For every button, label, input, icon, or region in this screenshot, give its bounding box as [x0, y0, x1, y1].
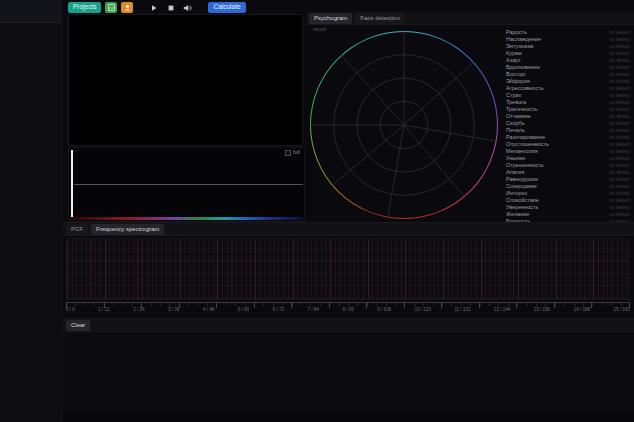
emotion-name: Печаль [506, 128, 525, 134]
projects-button[interactable]: Projects [68, 2, 101, 13]
waveform-midline [74, 184, 303, 185]
emotion-name: Радость [506, 30, 527, 36]
axis-tick-label: 4 / 48 [203, 308, 214, 313]
emotion-row: Разочарование no detect [506, 134, 630, 141]
emotion-status: no detect [609, 205, 630, 210]
emotion-status: no detect [609, 65, 630, 70]
emotion-name: Разочарование [506, 135, 545, 141]
axis-tick-label: 11 / 132 [454, 308, 470, 313]
emotion-row: Трагичность no detect [506, 106, 630, 113]
axis-tick-label: 14 / 168 [574, 308, 590, 313]
axis-tick-label: 15 / 180 [614, 308, 630, 313]
emotion-row: Азарт no detect [506, 57, 630, 64]
app-window: Projects Calculate [0, 0, 634, 422]
tab-face-detection[interactable]: Face detection [355, 13, 404, 24]
full-checkbox[interactable]: full [285, 150, 300, 156]
emotion-row: Отчаяние no detect [506, 113, 630, 120]
emotion-name: Эйфория [506, 79, 530, 85]
emotion-status: no detect [609, 107, 630, 112]
tab-frequency-spectrogram[interactable]: Frequency spectrogram [91, 224, 164, 235]
emotion-row: Спокойствие no detect [506, 197, 630, 204]
emotion-status: no detect [609, 37, 630, 42]
axis-tick-label: 6 / 72 [273, 308, 284, 313]
emotion-status: no detect [609, 72, 630, 77]
emotion-row: Восторг no detect [506, 71, 630, 78]
emotion-name: Агрессивность [506, 86, 544, 92]
emotion-row: Печаль no detect [506, 127, 630, 134]
emotion-status: no detect [609, 93, 630, 98]
emotion-status: no detect [609, 184, 630, 189]
emotion-row: Страх no detect [506, 92, 630, 99]
spectrogram-grid [66, 238, 630, 300]
tab-pcf[interactable]: PCF [66, 224, 88, 235]
spectral-color-strip [70, 217, 303, 220]
playhead[interactable] [71, 150, 73, 217]
image-icon [108, 4, 115, 11]
emotion-name: Кураж [506, 51, 522, 57]
axis-tick-label: 5 / 60 [238, 308, 249, 313]
emotion-name: Уверенность [506, 205, 539, 211]
emotion-name: Спокойствие [506, 198, 539, 204]
emotion-name: Наслаждение [506, 37, 541, 43]
emotion-status: no detect [609, 100, 630, 105]
emotion-row: Кураж no detect [506, 50, 630, 57]
emotion-status: no detect [609, 79, 630, 84]
emotion-row: Уверенность no detect [506, 204, 630, 211]
emotion-status: no detect [609, 86, 630, 91]
axis-tick-label: 13 / 156 [534, 308, 550, 313]
axis-tick-label: 10 / 120 [415, 308, 431, 313]
emotion-status: no detect [609, 198, 630, 203]
emotion-row: Созерцание no detect [506, 183, 630, 190]
emotion-list: Радость no detect Наслаждение no detect … [506, 29, 630, 225]
spectrogram-tabbar: PCF Frequency spectrogram [63, 222, 634, 236]
emotion-row: Меланхолия no detect [506, 148, 630, 155]
calculate-button[interactable]: Calculate [208, 2, 245, 13]
axis-tick-label: 0 / 0 [66, 308, 75, 313]
polar-gridlines [310, 31, 498, 219]
emotion-name: Меланхолия [506, 149, 538, 155]
emotion-row: Радость no detect [506, 29, 630, 36]
media-button[interactable] [105, 2, 117, 13]
emotion-name: Опустошенность [506, 142, 549, 148]
emotion-row: Равнодушие no detect [506, 176, 630, 183]
emotion-name: Страх [506, 93, 521, 99]
emotion-row: Уныние no detect [506, 155, 630, 162]
clear-button[interactable]: Clear [66, 320, 90, 331]
emotion-status: no detect [609, 135, 630, 140]
play-button[interactable] [147, 1, 160, 13]
emotion-name: Отчаяние [506, 114, 531, 120]
emotion-status: no detect [609, 163, 630, 168]
emotion-status: no detect [609, 170, 630, 175]
emotion-row: Скорбь no detect [506, 120, 630, 127]
emotion-name: Восторг [506, 72, 526, 78]
axis-tick-label: 12 / 144 [494, 308, 510, 313]
emotion-row: Эйфория no detect [506, 78, 630, 85]
emotion-status: no detect [609, 51, 630, 56]
emotion-status: no detect [609, 128, 630, 133]
clear-panel-body [63, 332, 634, 410]
tab-psychogram[interactable]: Psychogram [309, 13, 352, 24]
emotion-row: Интерес no detect [506, 190, 630, 197]
axis-tick-label: 9 / 108 [377, 308, 391, 313]
emotion-row: Агрессивность no detect [506, 85, 630, 92]
emotion-row: Апатия no detect [506, 169, 630, 176]
emotion-name: Апатия [506, 170, 524, 176]
emotion-name: Азарт [506, 58, 521, 64]
emotion-name: Равнодушие [506, 177, 538, 183]
axis-tick-label: 1 / 12 [98, 308, 109, 313]
stop-button[interactable] [164, 1, 177, 13]
emotion-name: Энтузиазм [506, 44, 533, 50]
user-button[interactable] [121, 2, 133, 13]
psychogram-tabbar: Psychogram Face detection [307, 12, 634, 25]
checkbox-icon [285, 150, 291, 156]
volume-button[interactable] [181, 1, 194, 13]
emotion-row: Тревога no detect [506, 99, 630, 106]
emotion-status: no detect [609, 177, 630, 182]
emotion-name: Скорбь [506, 121, 525, 127]
emotion-status: no detect [609, 142, 630, 147]
waveform-panel[interactable]: full [68, 147, 305, 222]
emotion-status: no detect [609, 114, 630, 119]
emotion-name: Желание [506, 212, 529, 218]
emotion-name: Вдохновение [506, 65, 540, 71]
emotion-row: Желание no detect [506, 211, 630, 218]
